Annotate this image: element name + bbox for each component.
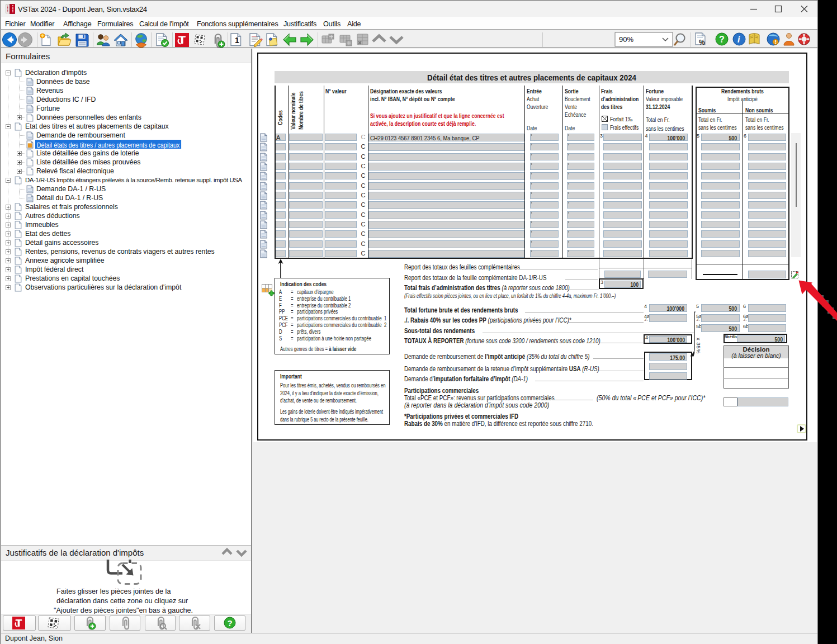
svg-text:?: ? — [228, 618, 233, 628]
svg-text:1: 1 — [235, 36, 239, 45]
svg-text:?: ? — [719, 35, 725, 44]
svg-text:%: % — [699, 39, 705, 46]
svg-text:i: i — [737, 35, 740, 44]
svg-text:90%: 90% — [619, 35, 633, 44]
